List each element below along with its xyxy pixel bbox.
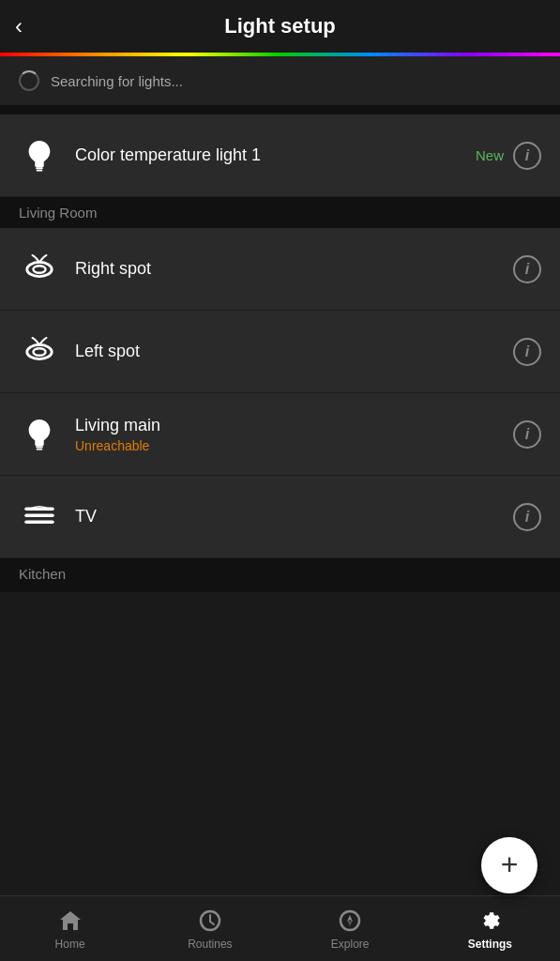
back-button[interactable]: ‹: [15, 13, 23, 39]
svg-line-14: [210, 922, 214, 924]
svg-point-4: [27, 344, 52, 358]
svg-point-5: [33, 348, 45, 356]
svg-point-2: [27, 262, 52, 276]
tv-icon: [19, 496, 60, 538]
page-title: Light setup: [224, 14, 336, 38]
searching-bar: Searching for lights...: [0, 56, 560, 105]
bulb-icon: [19, 135, 60, 176]
light-item-left-spot[interactable]: Left spot i: [0, 311, 560, 393]
nav-label-explore: Explore: [331, 938, 370, 951]
nav-item-home[interactable]: Home: [0, 900, 140, 958]
svg-rect-7: [37, 448, 43, 450]
nav-item-routines[interactable]: Routines: [140, 900, 280, 958]
new-badge: New: [476, 147, 504, 163]
left-spot-info-button[interactable]: i: [513, 338, 541, 366]
svg-point-3: [33, 266, 45, 273]
room-header-kitchen: Kitchen: [0, 558, 560, 592]
nav-item-settings[interactable]: Settings: [420, 900, 560, 958]
header: ‹ Light setup: [0, 0, 560, 53]
nav-label-routines: Routines: [188, 938, 232, 951]
new-light-name: Color temperature light 1: [75, 145, 476, 165]
spot-icon-2: [19, 331, 60, 373]
gear-icon: [477, 908, 503, 934]
spot-icon: [19, 249, 60, 290]
right-spot-name-area: Right spot: [60, 259, 513, 279]
spinner-icon: [19, 70, 39, 91]
nav-item-explore[interactable]: Explore: [280, 900, 420, 958]
light-item-tv[interactable]: TV i: [0, 476, 560, 558]
living-main-info-button[interactable]: i: [513, 420, 541, 449]
light-item-living-main[interactable]: Living main Unreachable i: [0, 393, 560, 476]
left-spot-name-area: Left spot: [60, 342, 513, 361]
add-icon: +: [501, 849, 519, 879]
add-light-fab[interactable]: +: [481, 837, 537, 893]
home-icon: [57, 908, 83, 934]
kitchen-header-label: Kitchen: [19, 566, 66, 582]
svg-marker-11: [60, 911, 81, 930]
svg-rect-0: [36, 167, 43, 169]
compass-icon: [337, 908, 363, 934]
room-header-label: Living Room: [19, 205, 97, 221]
tv-info-button[interactable]: i: [513, 503, 541, 531]
nav-label-settings: Settings: [468, 938, 512, 951]
tv-name: TV: [75, 507, 513, 526]
right-spot-info-button[interactable]: i: [513, 255, 541, 283]
light-item-right-spot[interactable]: Right spot i: [0, 228, 560, 311]
bulb-icon-2: [19, 414, 60, 455]
living-main-status: Unreachable: [75, 438, 513, 453]
svg-rect-6: [36, 446, 43, 448]
svg-rect-9: [24, 513, 54, 517]
living-main-name-area: Living main Unreachable: [60, 416, 513, 453]
section-separator: [0, 105, 560, 114]
bottom-navigation: Home Routines Explore: [0, 895, 560, 961]
svg-rect-8: [24, 507, 54, 511]
nav-label-home: Home: [55, 938, 85, 951]
clock-icon: [197, 908, 223, 934]
new-light-name-area: Color temperature light 1: [60, 145, 476, 165]
searching-text: Searching for lights...: [51, 73, 183, 89]
svg-rect-10: [24, 520, 54, 524]
room-header-living-room: Living Room: [0, 197, 560, 228]
svg-point-15: [341, 911, 359, 930]
living-main-name: Living main: [75, 416, 513, 435]
tv-name-area: TV: [60, 507, 513, 526]
right-spot-name: Right spot: [75, 259, 513, 279]
svg-marker-17: [347, 920, 353, 926]
new-light-info-button[interactable]: i: [513, 142, 541, 170]
light-item-new[interactable]: Color temperature light 1 New i: [0, 114, 560, 197]
left-spot-name: Left spot: [75, 342, 513, 361]
svg-rect-1: [37, 169, 43, 171]
